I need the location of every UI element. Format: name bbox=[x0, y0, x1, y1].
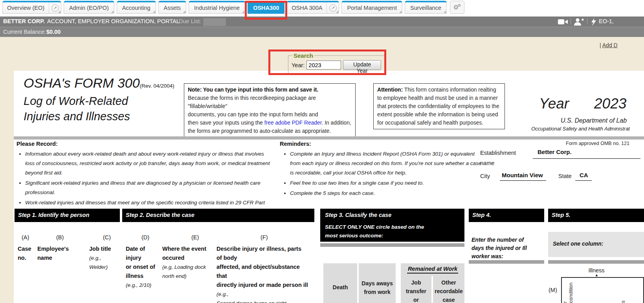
year-label: Year: bbox=[292, 62, 305, 68]
col-title-employee-name: Employee's name bbox=[37, 244, 69, 263]
pdf-reader-link[interactable]: free adobe PDF Reader bbox=[264, 120, 322, 126]
tab-osha300a[interactable]: OSHA 300A ↗ bbox=[287, 1, 339, 14]
step3-divider bbox=[320, 243, 464, 247]
step1-header: Step 1. Identify the person bbox=[15, 209, 120, 222]
update-year-button[interactable]: Update Year bbox=[343, 60, 381, 70]
note-text: then save your inputs using the bbox=[188, 120, 264, 126]
note-line: then save your inputs using the free ado… bbox=[188, 119, 352, 127]
col-example-describe: (e.g., Second degree burns on right bbox=[217, 290, 286, 303]
bullet-item: Feel free to use two lines for a single … bbox=[290, 178, 482, 188]
lightning-bolt-icon[interactable] bbox=[591, 18, 596, 26]
external-link-icon: ↗ bbox=[51, 4, 59, 12]
gear-icon-small: ⚙ bbox=[458, 3, 461, 7]
tab-overview-eo[interactable]: Overview (EO) ↗ bbox=[2, 1, 61, 14]
add-link-row: | Add D bbox=[600, 42, 618, 48]
note-box: Note: You can type input into this form … bbox=[184, 83, 356, 138]
tab-label: Portal Management bbox=[347, 5, 397, 11]
due-list-label: Due List: bbox=[179, 18, 201, 24]
due-list-dropdown[interactable] bbox=[203, 18, 226, 26]
year-input[interactable] bbox=[306, 61, 341, 70]
city-label: City bbox=[480, 173, 490, 179]
col-example-where: (e.g, Loading dock north end) bbox=[162, 263, 206, 281]
bullet-item: Significant work-related injuries and il… bbox=[25, 178, 274, 197]
establishment-underline bbox=[533, 158, 640, 159]
illness-label: Illness bbox=[581, 267, 612, 274]
city-value: Mountain View bbox=[502, 172, 543, 178]
col-example-date: (e.g., 2/10) bbox=[126, 281, 151, 290]
external-link-button[interactable]: ↗ bbox=[327, 2, 339, 13]
tab-industrial-hygiene[interactable]: Industrial Hygiene bbox=[189, 1, 245, 14]
external-link-button[interactable]: ↗ bbox=[49, 2, 61, 13]
company-name: BETTER CORP. bbox=[3, 18, 45, 24]
state-label: State bbox=[558, 173, 572, 179]
tab-label: Overview (EO) bbox=[3, 5, 49, 11]
form-title: OSHA's FORM 300(Rev. 04/2004) bbox=[24, 75, 174, 91]
bullet-item: Complete the 5 steps for each case. bbox=[290, 189, 482, 198]
col-title-case-no: Case no. bbox=[18, 244, 31, 263]
form-subtitle: Log of Work-Related Injuries and Illness… bbox=[24, 94, 130, 124]
divider bbox=[587, 18, 587, 24]
tab-label: Surveillance bbox=[410, 5, 441, 11]
tab-accounting[interactable]: Accounting bbox=[117, 1, 156, 14]
tab-label: Admin (EO/PO) bbox=[69, 5, 109, 11]
settings-gear-button[interactable]: ⚙⚙ bbox=[450, 1, 464, 14]
col-letter-a: (A) bbox=[22, 234, 29, 241]
balance-value: $0.00 bbox=[46, 29, 61, 35]
col-letter-d: (D) bbox=[141, 234, 149, 241]
balance-bar: Current Balance: $0.00 bbox=[0, 27, 644, 37]
tab-label: OSHA300 bbox=[253, 5, 279, 11]
reminders-title: Reminders: bbox=[280, 141, 311, 147]
please-record-list: Information about every work-related dea… bbox=[19, 149, 274, 218]
video-camera-icon[interactable] bbox=[558, 18, 568, 25]
col-letter-e: (E) bbox=[191, 234, 199, 241]
up-arrow-icon: ▲ bbox=[595, 273, 598, 277]
tab-admin-eo-po[interactable]: Admin (EO/PO) bbox=[64, 1, 114, 14]
tab-bar: Overview (EO) ↗ Admin (EO/PO) Accounting… bbox=[0, 1, 644, 15]
entity-code: EO-1, bbox=[599, 18, 614, 24]
add-user-icon[interactable] bbox=[574, 18, 584, 26]
attention-box: Attention: This form contains informatio… bbox=[373, 83, 505, 129]
note-line: the forms are programmed to auto-calcula… bbox=[188, 127, 352, 135]
add-link[interactable]: Add D bbox=[602, 42, 618, 48]
job-transfer-label: Job transfer or restriction bbox=[401, 278, 431, 303]
step4-divider bbox=[469, 260, 544, 264]
step5-instruction: Select one column: bbox=[553, 241, 603, 247]
col-title-where: Where the event occured bbox=[162, 244, 206, 263]
step5-header: Step 5. bbox=[548, 209, 644, 222]
year-word: Year bbox=[539, 95, 569, 112]
omb-approval: Form approved OMB no. 121 bbox=[566, 141, 629, 146]
bullet-item: Complete an Injury and Illness Incident … bbox=[290, 149, 482, 178]
tab-osha300[interactable]: OSHA300 bbox=[248, 1, 284, 14]
step4-instruction: Enter the number of days the injured or … bbox=[472, 236, 527, 261]
account-subtitle: ACCOUNT, EMPLOYER ORGANIZATION, PORTAL bbox=[47, 18, 180, 24]
form-title-text: OSHA's FORM 300 bbox=[24, 75, 140, 90]
tab-assets[interactable]: Assets bbox=[158, 1, 187, 14]
m-column-label: (M) bbox=[549, 287, 557, 293]
step5-divider bbox=[548, 260, 644, 264]
step3-header: Step 3. Classify the case SELECT ONLY ON… bbox=[320, 209, 464, 242]
city-underline bbox=[500, 180, 546, 181]
tab-portal-management[interactable]: Portal Management bbox=[341, 1, 402, 14]
tab-label: Accounting bbox=[122, 5, 150, 11]
rotated-col-label-partial: s bbox=[620, 296, 626, 303]
step2-header: Step 2. Describe the case bbox=[122, 209, 314, 222]
step3-note: SELECT ONLY ONE circle based on the most… bbox=[325, 223, 424, 240]
tab-label: Industrial Hygiene bbox=[194, 5, 240, 11]
account-header-bar: BETTER CORP. ACCOUNT, EMPLOYER ORGANIZAT… bbox=[0, 17, 644, 27]
step3-title: Step 3. Classify the case bbox=[325, 212, 391, 218]
note-line: Because the forms in this recordkeeping … bbox=[188, 94, 352, 110]
establishment-label: Establishment name bbox=[480, 148, 516, 168]
search-legend: Search bbox=[292, 52, 314, 59]
please-record-title: Please Record: bbox=[17, 141, 58, 147]
establishment-value: Better Corp. bbox=[538, 149, 572, 155]
search-panel: Search Year: Update Year bbox=[288, 52, 385, 73]
col-letter-f: (F) bbox=[261, 234, 268, 241]
reminders-list: Complete an Injury and Illness Incident … bbox=[284, 149, 482, 199]
tab-surveillance[interactable]: Surveillance bbox=[405, 1, 447, 14]
death-label: Death bbox=[323, 283, 357, 292]
tab-label: Assets bbox=[164, 5, 181, 11]
rotated-col-label-condition: condition bbox=[568, 278, 574, 303]
col-title-date: Date of injury or onset of illness bbox=[126, 244, 155, 281]
balance-label: Current Balance: bbox=[3, 29, 46, 35]
note-line: documents, you can type into the input f… bbox=[188, 110, 352, 119]
